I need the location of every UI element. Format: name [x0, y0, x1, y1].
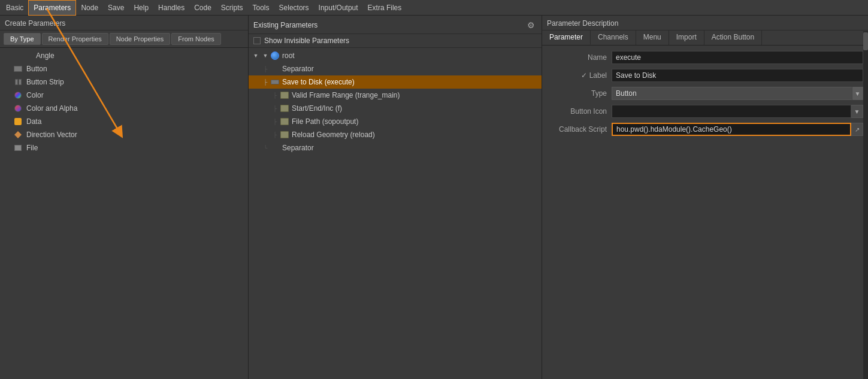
- tree-item-separator1[interactable]: ├ Separator: [249, 62, 542, 75]
- callback-script-label: Callback Script: [547, 125, 607, 134]
- callback-script-input[interactable]: [612, 123, 851, 136]
- button-icon-browse[interactable]: ▼: [851, 105, 863, 118]
- tree-item-save-to-disk[interactable]: ├ Save to Disk (execute): [249, 75, 542, 89]
- menu-item-code[interactable]: Code: [189, 0, 216, 16]
- menu-item-basic[interactable]: Basic: [1, 0, 28, 16]
- parameter-description-header: Parameter Description: [542, 16, 868, 31]
- tree-label: File Path (sopoutput): [292, 117, 539, 126]
- menu-item-input-output[interactable]: Input/Output: [314, 0, 363, 16]
- folder-icon-2: [280, 104, 289, 113]
- list-item[interactable]: Button Strip: [0, 75, 248, 89]
- tab-action-button[interactable]: Action Button: [704, 31, 762, 45]
- menu-bar: Basic Parameters Node Save Help Handles …: [0, 0, 868, 16]
- label-input[interactable]: [612, 69, 863, 82]
- param-label: Data: [26, 117, 41, 126]
- menu-item-save[interactable]: Save: [103, 0, 129, 16]
- tree-item-root[interactable]: ▼ ▼ root: [249, 49, 542, 62]
- folder-icon: [280, 90, 289, 100]
- callback-expand-button[interactable]: ↗: [851, 123, 863, 136]
- existing-params-header: Existing Parameters ⚙: [249, 16, 542, 34]
- tab-by-type[interactable]: By Type: [4, 33, 41, 45]
- parameter-form: Name ✓ Label Type Button ▼: [542, 46, 868, 141]
- type-label: Type: [547, 89, 607, 98]
- callback-script-row: Callback Script ↗: [547, 122, 863, 137]
- list-item[interactable]: Angle: [0, 49, 248, 62]
- label-checkmark: ✓: [581, 71, 587, 80]
- button-icon-label: Button Icon: [547, 107, 607, 116]
- type-select-arrow[interactable]: ▼: [852, 87, 863, 100]
- gear-button[interactable]: ⚙: [525, 19, 537, 31]
- menu-item-handles[interactable]: Handles: [153, 0, 189, 16]
- tree-label: root: [282, 51, 539, 60]
- tree-item-reload-geo[interactable]: ├ Reload Geometry (reload): [249, 128, 542, 141]
- tree-label: Separator: [282, 144, 539, 152]
- list-item[interactable]: Direction Vector: [0, 128, 248, 141]
- tree-item-file-path[interactable]: ├ File Path (sopoutput): [249, 115, 542, 128]
- menu-item-scripts[interactable]: Scripts: [216, 0, 248, 16]
- tree-item-valid-frame[interactable]: ├ Valid Frame Range (trange_main): [249, 89, 542, 102]
- tree-item-start-end[interactable]: ├ Start/End/Inc (f): [249, 102, 542, 115]
- left-panel: Create Parameters By Type Render Propert…: [0, 16, 249, 379]
- create-parameters-header: Create Parameters: [0, 16, 248, 31]
- tab-parameter[interactable]: Parameter: [542, 31, 591, 45]
- tree-label: Valid Frame Range (trange_main): [292, 91, 539, 99]
- show-invisible-label: Show Invisible Parameters: [264, 37, 349, 45]
- button-icon-input-row: ▼: [612, 105, 863, 118]
- button-icon: [13, 64, 23, 74]
- name-label: Name: [547, 53, 607, 62]
- type-select-text: Button: [612, 89, 852, 98]
- tab-channels[interactable]: Channels: [591, 31, 636, 45]
- menu-item-parameters[interactable]: Parameters: [28, 0, 76, 16]
- tab-menu[interactable]: Menu: [636, 31, 669, 45]
- param-label: Color: [26, 91, 44, 99]
- show-invisible-row: Show Invisible Parameters: [249, 34, 542, 48]
- list-item[interactable]: File: [0, 141, 248, 154]
- param-label: Color and Alpha: [26, 104, 77, 113]
- existing-params-title: Existing Parameters: [253, 21, 317, 29]
- list-item[interactable]: Color and Alpha: [0, 102, 248, 115]
- expand-icon-2[interactable]: ▼: [261, 51, 270, 60]
- btn-icon: [270, 77, 280, 87]
- tree-item-separator2[interactable]: └ Separator: [249, 141, 542, 154]
- param-type-list: Angle Button Button Strip: [0, 48, 248, 379]
- sep-icon-2: [270, 143, 280, 153]
- tab-import[interactable]: Import: [669, 31, 704, 45]
- right-scrollbar[interactable]: [863, 31, 868, 379]
- color-icon: [13, 90, 23, 100]
- type-select[interactable]: Button ▼: [612, 87, 863, 100]
- middle-panel: Existing Parameters ⚙ Show Invisible Par…: [249, 16, 542, 379]
- direction-icon: [13, 130, 23, 140]
- menu-item-tools[interactable]: Tools: [248, 0, 274, 16]
- callback-row: ↗: [612, 123, 863, 136]
- list-item[interactable]: Button: [0, 62, 248, 75]
- button-icon-input[interactable]: [612, 105, 851, 118]
- label-label: ✓ Label: [547, 71, 607, 80]
- tree-label: Start/End/Inc (f): [292, 104, 539, 113]
- name-input[interactable]: [612, 51, 863, 64]
- param-label: Button Strip: [26, 78, 64, 86]
- menu-item-extra-files[interactable]: Extra Files: [363, 0, 407, 16]
- folder-icon-4: [280, 130, 289, 140]
- param-tree: ▼ ▼ root ├ Separator ├ Sa: [249, 48, 542, 379]
- name-row: Name: [547, 50, 863, 65]
- show-invisible-checkbox[interactable]: [253, 37, 261, 44]
- menu-item-selectors[interactable]: Selectors: [274, 0, 314, 16]
- globe-icon: [270, 51, 280, 60]
- menu-item-node[interactable]: Node: [76, 0, 103, 16]
- expand-icon[interactable]: ▼: [251, 51, 261, 60]
- tab-from-nodes[interactable]: From Nodes: [171, 33, 221, 45]
- menu-item-help[interactable]: Help: [129, 0, 153, 16]
- tab-render-properties[interactable]: Render Properties: [42, 33, 108, 45]
- list-item[interactable]: Color: [0, 89, 248, 102]
- folder-icon-3: [280, 117, 289, 126]
- list-item[interactable]: Data: [0, 115, 248, 128]
- type-row: Type Button ▼: [547, 86, 863, 101]
- data-icon: [13, 117, 23, 126]
- tab-node-properties[interactable]: Node Properties: [110, 33, 171, 45]
- param-label: Direction Vector: [26, 131, 77, 139]
- button-icon-row: Button Icon ▼: [547, 104, 863, 119]
- right-panel-tabs: Parameter Channels Menu Import Action Bu…: [542, 31, 868, 46]
- sep-icon: [270, 64, 280, 74]
- main-layout: Create Parameters By Type Render Propert…: [0, 16, 868, 379]
- tree-label: Reload Geometry (reload): [292, 131, 539, 139]
